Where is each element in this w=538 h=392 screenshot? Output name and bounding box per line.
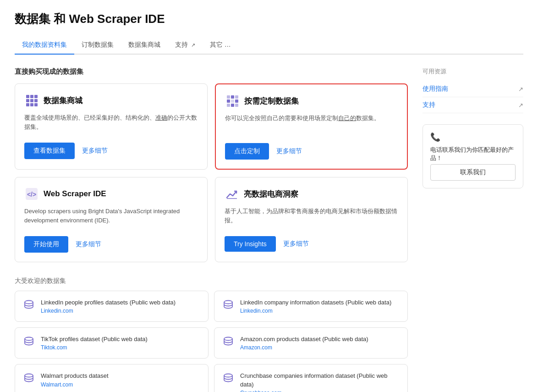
external-icon: ↗ [518,102,523,109]
svg-point-24 [224,337,232,341]
svg-point-25 [25,374,33,377]
card-desc: 覆盖全域使用场景的、已经采集好的、结构化的、准确的公开大数据集。 [24,113,198,135]
dataset-icon [222,372,235,385]
view-datasets-button[interactable]: 查看数据集 [24,143,75,159]
svg-point-21 [25,301,33,304]
dataset-item: LinkedIn people profiles datasets (Publi… [15,291,209,322]
dataset-source[interactable]: Walmart.com [41,381,201,388]
card-title: 数据集商城 [44,95,82,106]
dataset-name: LinkedIn people profiles datasets (Publi… [41,298,201,307]
tab-my-datasets[interactable]: 我的数据资料集 [15,36,74,55]
more-details-link-3[interactable]: 更多细节 [283,240,309,248]
tab-custom-datasets[interactable]: 订制数据集 [74,36,121,55]
section-title: 直接购买现成的数据集 [15,67,408,76]
try-insights-button[interactable]: Try Insights [225,236,276,252]
insights-card: 亮数据电商洞察 基于人工智能，为品牌和零售商服务的电商见解和市场份额数据情报。 … [215,177,408,262]
svg-rect-13 [231,99,234,103]
card-title: 按需定制数据集 [244,96,299,106]
card-actions: Try Insights 更多细节 [225,236,398,252]
svg-rect-10 [231,95,234,99]
card-actions: 查看数据集 更多细节 [24,143,198,159]
svg-rect-7 [30,103,33,106]
card-header: 数据集商城 [24,93,198,108]
dataset-item: Walmart products dataset Walmart.com [15,364,209,392]
dataset-icon [222,335,235,348]
dataset-source[interactable]: Linkedin.com [41,308,201,314]
card-desc: 基于人工智能，为品牌和零售商服务的电商见解和市场份额数据情报。 [225,207,398,229]
custom-datasets-card: 按需定制数据集 你可以完全按照自己的需要和使用场景定制自己的数据集。 点击定制 … [215,83,408,170]
tab-marketplace[interactable]: 数据集商城 [121,36,168,55]
svg-rect-4 [30,99,33,102]
more-details-link-2[interactable]: 更多细节 [76,240,101,248]
card-header: 亮数据电商洞察 [225,187,398,201]
nav-tabs: 我的数据资料集 订制数据集 数据集商城 支持 ↗ 其它 … [15,36,523,55]
support-link[interactable]: 支持 ↗ [423,97,523,113]
card-desc: Develop scrapers using Bright Data's Jav… [24,207,198,229]
dataset-item: Amazon.com products dataset (Public web … [214,327,408,359]
svg-rect-15 [227,104,230,107]
dataset-name: TikTok profiles dataset (Public web data… [41,335,201,343]
svg-rect-2 [34,95,38,98]
svg-rect-3 [26,99,29,102]
chart-icon [225,187,239,201]
grid-icon [24,93,39,108]
dataset-name: Amazon.com products dataset (Public web … [240,335,400,343]
card-actions: 开始使用 更多细节 [24,236,198,253]
svg-rect-12 [227,99,230,103]
dataset-source[interactable]: Linkedin.com [240,308,400,314]
cards-grid: 数据集商城 覆盖全域使用场景的、已经采集好的、结构化的、准确的公开大数据集。 查… [15,83,408,262]
code-icon: </> [24,187,39,201]
dataset-name: LinkedIn company information datasets (P… [240,298,400,307]
resources-title: 可用资源 [423,67,523,76]
card-actions: 点击定制 更多细节 [225,143,398,160]
dataset-source[interactable]: Tiktok.com [41,344,201,351]
external-icon: ↗ [518,86,523,93]
svg-rect-9 [227,95,230,99]
dataset-icon [222,298,235,311]
contact-card: 📞 电话联系我们为你匹配最好的产品！ 联系我们 [423,124,523,188]
sidebar: 可用资源 使用指南 ↗ 支持 ↗ 📞 电话联系我们为你匹配最好的产品！ 联系我们 [423,67,523,392]
svg-point-23 [25,337,33,341]
svg-rect-8 [34,103,38,106]
svg-point-22 [224,301,232,304]
dataset-item: LinkedIn company information datasets (P… [214,291,408,322]
dataset-source[interactable]: Crunchbase.com [240,390,400,392]
tab-other[interactable]: 其它 … [203,36,238,55]
dataset-name: Walmart products dataset [41,372,201,380]
more-details-link-0[interactable]: 更多细节 [82,147,108,155]
sidebar-resources: 可用资源 使用指南 ↗ 支持 ↗ [423,67,523,113]
dataset-icon [22,298,35,311]
contact-text: 电话联系我们为你匹配最好的产品！ [430,146,516,162]
card-header: </> Web Scraper IDE [24,187,198,201]
marketplace-card: 数据集商城 覆盖全域使用场景的、已经采集好的、结构化的、准确的公开大数据集。 查… [15,83,208,170]
dataset-icon [22,372,35,385]
ide-card: </> Web Scraper IDE Develop scrapers usi… [15,177,208,262]
dataset-icon [22,335,35,348]
page-title: 数据集 和 Web Scraper IDE [15,11,523,27]
svg-point-26 [224,374,232,377]
svg-rect-5 [34,99,38,102]
svg-text:</>: </> [27,191,36,198]
card-header: 按需定制数据集 [225,94,398,108]
card-title: 亮数据电商洞察 [244,189,298,199]
svg-rect-11 [235,95,238,99]
phone-icon: 📞 [430,132,440,142]
svg-rect-17 [235,104,238,107]
more-details-link-1[interactable]: 更多细节 [276,147,302,155]
usage-guide-link[interactable]: 使用指南 ↗ [423,81,523,97]
contact-us-button[interactable]: 联系我们 [430,164,516,181]
svg-rect-0 [26,95,29,98]
svg-rect-16 [231,104,234,107]
card-title: Web Scraper IDE [44,189,106,199]
dataset-item: Crunchbase companies information dataset… [214,364,408,392]
dataset-name: Crunchbase companies information dataset… [240,372,400,388]
tab-support[interactable]: 支持 ↗ [168,36,203,55]
customize-button[interactable]: 点击定制 [225,143,269,160]
card-desc: 你可以完全按照自己的需要和使用场景定制自己的数据集。 [225,114,398,136]
dataset-grid: LinkedIn people profiles datasets (Publi… [15,291,408,392]
svg-rect-1 [30,95,33,98]
start-using-button[interactable]: 开始使用 [24,236,68,253]
popular-datasets-title: 大受欢迎的数据集 [15,277,408,285]
external-link-icon: ↗ [191,42,195,48]
dataset-source[interactable]: Amazon.com [240,344,400,351]
